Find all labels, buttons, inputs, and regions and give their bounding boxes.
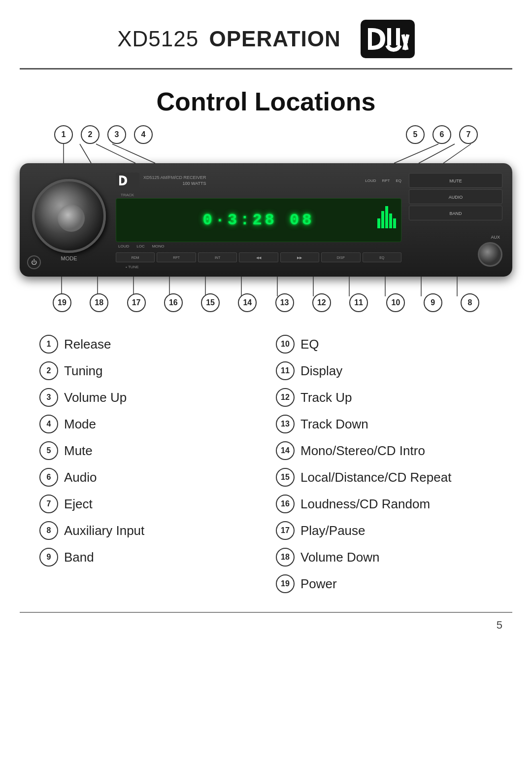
control-callout-6: 6: [39, 468, 58, 487]
control-item-13: 13 Track Down: [266, 411, 502, 437]
control-callout-13: 13: [276, 415, 295, 433]
control-item-4: 4 Mode: [30, 411, 266, 437]
callout-10: 10: [386, 293, 405, 312]
callout-17: 17: [127, 293, 146, 312]
eq-bar-2: [381, 211, 384, 228]
mono-label: MONO: [152, 244, 165, 248]
svg-line-5: [80, 144, 91, 163]
control-item-19: 19 Power: [266, 570, 502, 597]
diagram-section: 1 2 3 4 5 6 7 MODE: [20, 121, 512, 316]
svg-line-6: [96, 144, 135, 163]
control-item-16: 16 Loudness/CD Random: [266, 491, 502, 517]
control-callout-16: 16: [276, 495, 295, 513]
track-label: TRACK: [116, 193, 401, 197]
top-callouts-row: 1 2 3 4 5 6 7: [44, 121, 488, 163]
control-callout-2: 2: [39, 361, 58, 380]
int-btn: INT: [198, 252, 237, 262]
control-label-3: Volume Up: [64, 390, 127, 405]
callout-11: 11: [349, 293, 368, 312]
eq-bar-4: [389, 213, 392, 228]
control-item-12: 12 Track Up: [266, 384, 502, 411]
radio-model-text: XD5125 AM/FM/CD RECEIVER: [143, 175, 206, 180]
radio-left-section: MODE: [27, 179, 111, 261]
control-item-2: 2 Tuning: [30, 357, 266, 384]
volume-knob: [32, 179, 106, 253]
callout-6: 6: [432, 125, 451, 144]
callout-4: 4: [134, 125, 153, 144]
aux-label: AUX: [491, 235, 500, 240]
loud-indicator: LOUD: [365, 178, 376, 183]
control-callout-7: 7: [39, 495, 58, 513]
control-callout-11: 11: [276, 361, 295, 380]
control-callout-17: 17: [276, 521, 295, 540]
header-title: XD5125 OPERATION: [117, 27, 341, 51]
control-callout-3: 3: [39, 388, 58, 407]
mute-btn: MUTE: [409, 173, 502, 188]
control-label-13: Track Down: [300, 417, 368, 432]
eq-bar-5: [393, 218, 396, 228]
radio-model-info: XD5125 AM/FM/CD RECEIVER 100 WATTS: [143, 175, 206, 186]
fwd-btn: ▶▶: [280, 252, 319, 262]
mini-dual-logo: [118, 174, 137, 187]
bottom-callout-badges: 19 18 17 16 15 14 13 12 11 10 9 8: [44, 293, 488, 312]
header: XD5125 OPERATION: [0, 0, 532, 68]
control-label-6: Audio: [64, 470, 97, 485]
display-digits: 0·3:28 08: [203, 211, 315, 229]
power-button: ⏻: [27, 255, 41, 269]
svg-rect-2: [396, 28, 400, 45]
control-label-2: Tuning: [64, 363, 103, 379]
indicator-labels: LOUD RPT EQ: [365, 178, 401, 183]
control-label-8: Auxiliary Input: [64, 523, 144, 538]
power-button-area: ⏻: [27, 255, 41, 269]
bottom-callouts-row: 19 18 17 16 15 14 13 12 11 10 9 8: [44, 277, 488, 316]
callout-14: 14: [238, 293, 257, 312]
control-item-6: 6 Audio: [30, 464, 266, 491]
svg-line-8: [394, 144, 438, 163]
radio-middle-section: XD5125 AM/FM/CD RECEIVER 100 WATTS LOUD …: [111, 171, 406, 269]
eq-bar-1: [377, 218, 380, 228]
band-btn: BAND: [409, 206, 502, 220]
control-item-11: 11 Display: [266, 357, 502, 384]
control-item-10: 10 EQ: [266, 331, 502, 357]
right-bottom: AUX: [409, 235, 502, 267]
disp-btn: DISP: [321, 252, 360, 262]
control-callout-9: 9: [39, 548, 58, 567]
radio-brand-logo: [116, 173, 139, 188]
control-callout-8: 8: [39, 521, 58, 540]
callout-1: 1: [54, 125, 73, 144]
mode-label: MODE: [61, 255, 77, 261]
radio-face: MODE XD5125 AM/FM/CD RECEIVER 100 WATTS: [20, 163, 512, 277]
rdm-btn: RDM: [116, 252, 155, 262]
eq-btn-small: EQ: [363, 252, 401, 262]
control-item-18: 18 Volume Down: [266, 544, 502, 570]
control-callout-19: 19: [276, 574, 295, 593]
callout-9: 9: [424, 293, 442, 312]
control-label-17: Play/Pause: [300, 523, 366, 538]
control-label-9: Band: [64, 550, 94, 565]
control-label-18: Volume Down: [300, 550, 379, 565]
controls-left-column: 1 Release 2 Tuning 3 Volume Up 4 Mode 5 …: [30, 331, 266, 597]
svg-rect-0: [368, 28, 372, 50]
control-label-14: Mono/Stereo/CD Intro: [300, 443, 425, 459]
control-item-15: 15 Local/Distance/CD Repeat: [266, 464, 502, 491]
control-label-4: Mode: [64, 417, 96, 432]
rpt-btn: RPT: [157, 252, 196, 262]
bottom-labels: LOUD LOC MONO: [118, 244, 401, 248]
callout-16: 16: [164, 293, 183, 312]
control-item-7: 7 Eject: [30, 491, 266, 517]
control-label-10: EQ: [300, 337, 319, 352]
svg-line-9: [419, 144, 455, 163]
control-callout-15: 15: [276, 468, 295, 487]
control-callout-14: 14: [276, 441, 295, 460]
control-label-19: Power: [300, 576, 337, 592]
control-item-1: 1 Release: [30, 331, 266, 357]
callout-13: 13: [275, 293, 294, 312]
control-item-14: 14 Mono/Stereo/CD Intro: [266, 437, 502, 464]
radio-right-section: MUTE AUDIO BAND AUX: [406, 171, 505, 269]
control-label-5: Mute: [64, 443, 93, 459]
controls-right-column: 10 EQ 11 Display 12 Track Up 13 Track Do…: [266, 331, 502, 597]
control-label-12: Track Up: [300, 390, 352, 405]
footer: 5: [0, 612, 532, 638]
svg-rect-11: [119, 176, 121, 185]
page-title: Control Locations: [0, 87, 532, 116]
